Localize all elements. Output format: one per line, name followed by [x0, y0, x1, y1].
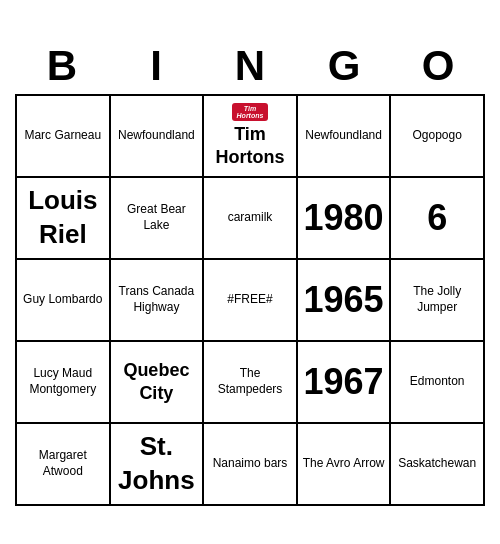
cell-text: The Jolly Jumper [395, 284, 479, 315]
cell-text: 1967 [304, 359, 384, 406]
bingo-letter-o: O [391, 38, 485, 94]
cell-r4-c4: Saskatchewan [391, 424, 485, 506]
cell-r0-c3: Newfoundland [298, 96, 392, 178]
cell-r1-c0: Louis Riel [17, 178, 111, 260]
cell-r0-c1: Newfoundland [111, 96, 205, 178]
cell-text: The Stampeders [208, 366, 292, 397]
cell-text: 1965 [304, 277, 384, 324]
bingo-letter-i: I [109, 38, 203, 94]
cell-text: 6 [427, 195, 447, 242]
cell-r4-c2: Nanaimo bars [204, 424, 298, 506]
cell-text: Lucy Maud Montgomery [21, 366, 105, 397]
cell-text: Marc Garneau [24, 128, 101, 144]
cell-r3-c0: Lucy Maud Montgomery [17, 342, 111, 424]
cell-text: Margaret Atwood [21, 448, 105, 479]
cell-text: Louis Riel [21, 184, 105, 252]
cell-text: St. Johns [115, 430, 199, 498]
cell-text: Trans Canada Highway [115, 284, 199, 315]
cell-text: Saskatchewan [398, 456, 476, 472]
cell-r2-c2: #FREE# [204, 260, 298, 342]
cell-r0-c2: Tim HortonsTim Hortons [204, 96, 298, 178]
cell-r4-c3: The Avro Arrow [298, 424, 392, 506]
bingo-header: BINGO [15, 38, 485, 94]
cell-text: caramilk [228, 210, 273, 226]
cell-text: #FREE# [227, 292, 272, 308]
cell-r2-c0: Guy Lombardo [17, 260, 111, 342]
cell-r2-c4: The Jolly Jumper [391, 260, 485, 342]
cell-r3-c2: The Stampeders [204, 342, 298, 424]
tim-hortons-logo: Tim Hortons [232, 103, 268, 121]
cell-r3-c3: 1967 [298, 342, 392, 424]
bingo-grid: Marc GarneauNewfoundlandTim HortonsTim H… [15, 94, 485, 506]
cell-r1-c4: 6 [391, 178, 485, 260]
cell-r2-c3: 1965 [298, 260, 392, 342]
cell-r3-c1: Quebec City [111, 342, 205, 424]
bingo-letter-b: B [15, 38, 109, 94]
cell-text: The Avro Arrow [303, 456, 385, 472]
cell-text: Tim Hortons [208, 123, 292, 170]
cell-text: Newfoundland [118, 128, 195, 144]
cell-r1-c1: Great Bear Lake [111, 178, 205, 260]
bingo-letter-g: G [297, 38, 391, 94]
bingo-letter-n: N [203, 38, 297, 94]
cell-text: 1980 [304, 195, 384, 242]
cell-r4-c1: St. Johns [111, 424, 205, 506]
cell-text: Nanaimo bars [213, 456, 288, 472]
cell-r0-c4: Ogopogo [391, 96, 485, 178]
cell-text: Great Bear Lake [115, 202, 199, 233]
cell-text: Edmonton [410, 374, 465, 390]
cell-text: Ogopogo [412, 128, 461, 144]
cell-text: Newfoundland [305, 128, 382, 144]
cell-r2-c1: Trans Canada Highway [111, 260, 205, 342]
cell-r1-c2: caramilk [204, 178, 298, 260]
cell-text: Guy Lombardo [23, 292, 102, 308]
cell-r4-c0: Margaret Atwood [17, 424, 111, 506]
bingo-card: BINGO Marc GarneauNewfoundlandTim Horton… [15, 38, 485, 506]
cell-text: Quebec City [115, 359, 199, 406]
cell-r0-c0: Marc Garneau [17, 96, 111, 178]
cell-r3-c4: Edmonton [391, 342, 485, 424]
cell-r1-c3: 1980 [298, 178, 392, 260]
